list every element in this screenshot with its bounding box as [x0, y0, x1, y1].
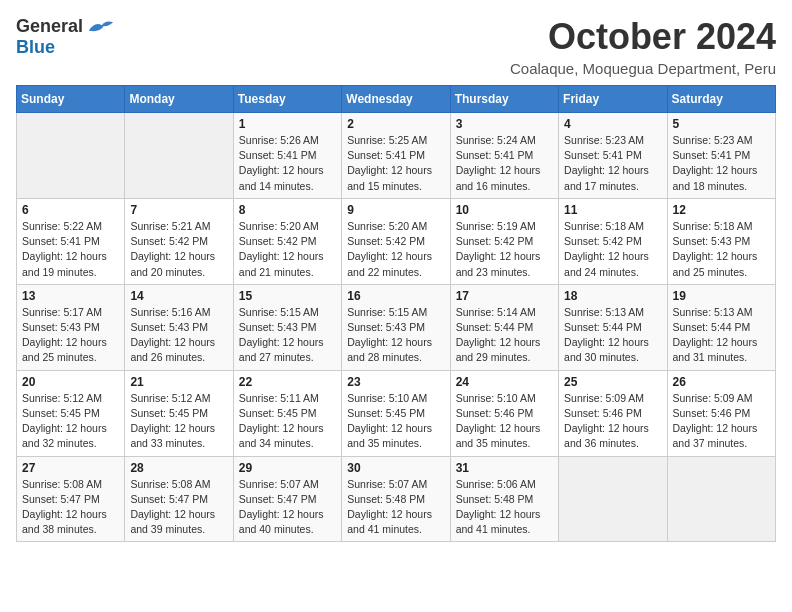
day-cell: 27Sunrise: 5:08 AMSunset: 5:47 PMDayligh… — [17, 456, 125, 542]
day-number: 18 — [564, 289, 661, 303]
day-info: Sunrise: 5:15 AMSunset: 5:43 PMDaylight:… — [239, 305, 336, 366]
day-number: 13 — [22, 289, 119, 303]
day-info: Sunrise: 5:21 AMSunset: 5:42 PMDaylight:… — [130, 219, 227, 280]
day-info: Sunrise: 5:13 AMSunset: 5:44 PMDaylight:… — [564, 305, 661, 366]
day-info: Sunrise: 5:12 AMSunset: 5:45 PMDaylight:… — [22, 391, 119, 452]
day-info: Sunrise: 5:22 AMSunset: 5:41 PMDaylight:… — [22, 219, 119, 280]
day-cell: 30Sunrise: 5:07 AMSunset: 5:48 PMDayligh… — [342, 456, 450, 542]
day-cell: 17Sunrise: 5:14 AMSunset: 5:44 PMDayligh… — [450, 284, 558, 370]
day-cell: 26Sunrise: 5:09 AMSunset: 5:46 PMDayligh… — [667, 370, 775, 456]
day-number: 22 — [239, 375, 336, 389]
day-info: Sunrise: 5:14 AMSunset: 5:44 PMDaylight:… — [456, 305, 553, 366]
day-info: Sunrise: 5:17 AMSunset: 5:43 PMDaylight:… — [22, 305, 119, 366]
day-number: 12 — [673, 203, 770, 217]
day-info: Sunrise: 5:12 AMSunset: 5:45 PMDaylight:… — [130, 391, 227, 452]
day-cell: 31Sunrise: 5:06 AMSunset: 5:48 PMDayligh… — [450, 456, 558, 542]
day-info: Sunrise: 5:23 AMSunset: 5:41 PMDaylight:… — [564, 133, 661, 194]
day-info: Sunrise: 5:20 AMSunset: 5:42 PMDaylight:… — [239, 219, 336, 280]
day-number: 21 — [130, 375, 227, 389]
day-cell: 15Sunrise: 5:15 AMSunset: 5:43 PMDayligh… — [233, 284, 341, 370]
day-info: Sunrise: 5:26 AMSunset: 5:41 PMDaylight:… — [239, 133, 336, 194]
day-cell: 25Sunrise: 5:09 AMSunset: 5:46 PMDayligh… — [559, 370, 667, 456]
day-cell — [559, 456, 667, 542]
day-info: Sunrise: 5:09 AMSunset: 5:46 PMDaylight:… — [673, 391, 770, 452]
day-number: 28 — [130, 461, 227, 475]
day-cell: 18Sunrise: 5:13 AMSunset: 5:44 PMDayligh… — [559, 284, 667, 370]
day-number: 17 — [456, 289, 553, 303]
logo-bird-icon — [87, 17, 115, 37]
day-number: 31 — [456, 461, 553, 475]
day-cell — [125, 113, 233, 199]
week-row-2: 6Sunrise: 5:22 AMSunset: 5:41 PMDaylight… — [17, 198, 776, 284]
calendar-table: SundayMondayTuesdayWednesdayThursdayFrid… — [16, 85, 776, 542]
day-info: Sunrise: 5:15 AMSunset: 5:43 PMDaylight:… — [347, 305, 444, 366]
day-info: Sunrise: 5:18 AMSunset: 5:43 PMDaylight:… — [673, 219, 770, 280]
day-info: Sunrise: 5:20 AMSunset: 5:42 PMDaylight:… — [347, 219, 444, 280]
day-cell: 5Sunrise: 5:23 AMSunset: 5:41 PMDaylight… — [667, 113, 775, 199]
day-number: 10 — [456, 203, 553, 217]
day-info: Sunrise: 5:25 AMSunset: 5:41 PMDaylight:… — [347, 133, 444, 194]
day-info: Sunrise: 5:07 AMSunset: 5:47 PMDaylight:… — [239, 477, 336, 538]
day-cell: 8Sunrise: 5:20 AMSunset: 5:42 PMDaylight… — [233, 198, 341, 284]
day-cell — [667, 456, 775, 542]
day-number: 23 — [347, 375, 444, 389]
day-cell: 3Sunrise: 5:24 AMSunset: 5:41 PMDaylight… — [450, 113, 558, 199]
day-cell: 24Sunrise: 5:10 AMSunset: 5:46 PMDayligh… — [450, 370, 558, 456]
day-number: 5 — [673, 117, 770, 131]
day-info: Sunrise: 5:10 AMSunset: 5:45 PMDaylight:… — [347, 391, 444, 452]
day-number: 19 — [673, 289, 770, 303]
day-number: 4 — [564, 117, 661, 131]
day-info: Sunrise: 5:23 AMSunset: 5:41 PMDaylight:… — [673, 133, 770, 194]
day-number: 11 — [564, 203, 661, 217]
month-title: October 2024 — [510, 16, 776, 58]
day-info: Sunrise: 5:07 AMSunset: 5:48 PMDaylight:… — [347, 477, 444, 538]
day-cell: 21Sunrise: 5:12 AMSunset: 5:45 PMDayligh… — [125, 370, 233, 456]
day-number: 7 — [130, 203, 227, 217]
header-tuesday: Tuesday — [233, 86, 341, 113]
day-info: Sunrise: 5:24 AMSunset: 5:41 PMDaylight:… — [456, 133, 553, 194]
day-cell: 13Sunrise: 5:17 AMSunset: 5:43 PMDayligh… — [17, 284, 125, 370]
day-cell: 12Sunrise: 5:18 AMSunset: 5:43 PMDayligh… — [667, 198, 775, 284]
day-info: Sunrise: 5:08 AMSunset: 5:47 PMDaylight:… — [130, 477, 227, 538]
day-number: 6 — [22, 203, 119, 217]
day-cell: 4Sunrise: 5:23 AMSunset: 5:41 PMDaylight… — [559, 113, 667, 199]
day-number: 29 — [239, 461, 336, 475]
day-number: 15 — [239, 289, 336, 303]
week-row-4: 20Sunrise: 5:12 AMSunset: 5:45 PMDayligh… — [17, 370, 776, 456]
logo: General Blue — [16, 16, 115, 58]
day-cell: 20Sunrise: 5:12 AMSunset: 5:45 PMDayligh… — [17, 370, 125, 456]
day-cell: 28Sunrise: 5:08 AMSunset: 5:47 PMDayligh… — [125, 456, 233, 542]
header-wednesday: Wednesday — [342, 86, 450, 113]
day-number: 16 — [347, 289, 444, 303]
day-cell: 11Sunrise: 5:18 AMSunset: 5:42 PMDayligh… — [559, 198, 667, 284]
day-cell: 9Sunrise: 5:20 AMSunset: 5:42 PMDaylight… — [342, 198, 450, 284]
header-sunday: Sunday — [17, 86, 125, 113]
week-row-1: 1Sunrise: 5:26 AMSunset: 5:41 PMDaylight… — [17, 113, 776, 199]
day-info: Sunrise: 5:19 AMSunset: 5:42 PMDaylight:… — [456, 219, 553, 280]
day-cell: 19Sunrise: 5:13 AMSunset: 5:44 PMDayligh… — [667, 284, 775, 370]
header-thursday: Thursday — [450, 86, 558, 113]
day-info: Sunrise: 5:10 AMSunset: 5:46 PMDaylight:… — [456, 391, 553, 452]
day-cell — [17, 113, 125, 199]
day-info: Sunrise: 5:09 AMSunset: 5:46 PMDaylight:… — [564, 391, 661, 452]
logo-blue-text: Blue — [16, 37, 55, 57]
day-number: 26 — [673, 375, 770, 389]
day-cell: 22Sunrise: 5:11 AMSunset: 5:45 PMDayligh… — [233, 370, 341, 456]
day-cell: 7Sunrise: 5:21 AMSunset: 5:42 PMDaylight… — [125, 198, 233, 284]
day-info: Sunrise: 5:11 AMSunset: 5:45 PMDaylight:… — [239, 391, 336, 452]
day-cell: 23Sunrise: 5:10 AMSunset: 5:45 PMDayligh… — [342, 370, 450, 456]
header-monday: Monday — [125, 86, 233, 113]
day-number: 9 — [347, 203, 444, 217]
day-number: 2 — [347, 117, 444, 131]
day-cell: 6Sunrise: 5:22 AMSunset: 5:41 PMDaylight… — [17, 198, 125, 284]
day-cell: 29Sunrise: 5:07 AMSunset: 5:47 PMDayligh… — [233, 456, 341, 542]
day-cell: 16Sunrise: 5:15 AMSunset: 5:43 PMDayligh… — [342, 284, 450, 370]
day-number: 3 — [456, 117, 553, 131]
header-row: SundayMondayTuesdayWednesdayThursdayFrid… — [17, 86, 776, 113]
page-header: General Blue October 2024 Coalaque, Moqu… — [16, 16, 776, 77]
day-info: Sunrise: 5:13 AMSunset: 5:44 PMDaylight:… — [673, 305, 770, 366]
day-number: 8 — [239, 203, 336, 217]
day-number: 14 — [130, 289, 227, 303]
week-row-5: 27Sunrise: 5:08 AMSunset: 5:47 PMDayligh… — [17, 456, 776, 542]
day-cell: 1Sunrise: 5:26 AMSunset: 5:41 PMDaylight… — [233, 113, 341, 199]
